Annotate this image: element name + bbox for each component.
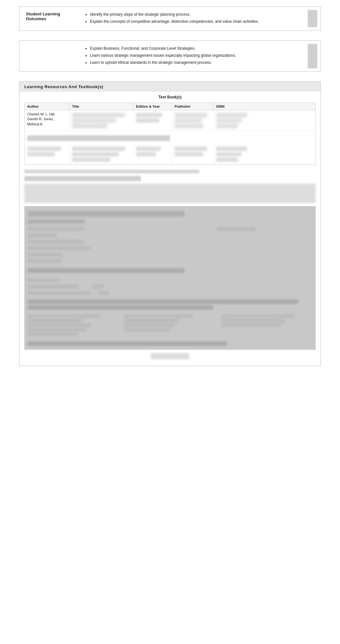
sched-item-4	[28, 252, 79, 257]
reference-para	[24, 184, 316, 203]
slo-top-bullets: Identify the primary steps of the strate…	[80, 10, 308, 27]
schedule-sub-header	[28, 219, 85, 224]
slo-section-top: Student Learning Outcomes Identify the p…	[19, 6, 321, 31]
schedule-row-3	[28, 246, 312, 251]
col-header-isbn: ISBN	[214, 103, 255, 110]
slo-mid-bullet-3: Learn to uphold ethical standards in the…	[90, 60, 304, 65]
schedule-row-1	[28, 233, 312, 238]
sched-item-label	[28, 233, 85, 238]
link-col-2	[125, 314, 215, 337]
cell-edition-2	[134, 144, 172, 164]
col-header-publisher: Publisher	[172, 103, 214, 110]
cell-title-2	[69, 144, 134, 164]
cell-edition-1	[134, 110, 172, 131]
right-bar-mid	[308, 44, 317, 68]
reference-section	[24, 170, 316, 203]
lr-content: Text Book(s) Author Title Edition & Year…	[20, 92, 320, 366]
lr-header-text: Learning Resources And Textbook(s)	[24, 84, 103, 89]
footer-blurred	[151, 353, 189, 359]
col-header-title: Title	[69, 103, 134, 110]
link-col-3	[222, 314, 312, 337]
schedule-row-5	[28, 258, 312, 263]
schedule-row-6	[28, 278, 312, 283]
schedule-row-4	[28, 252, 312, 257]
slo-bullet-2: Explain the concepts of competitive adva…	[90, 19, 304, 24]
sched-score-7	[92, 284, 117, 289]
right-bar-top	[308, 10, 317, 27]
schedule-header	[28, 211, 184, 217]
sched-item-5	[28, 258, 79, 263]
slo-label-empty	[23, 44, 80, 68]
middle-note	[28, 266, 312, 275]
textbook-subtitle: Text Book(s)	[24, 95, 316, 99]
col-header-author: Author	[25, 103, 69, 110]
bottom-note	[28, 341, 312, 346]
sched-item-2	[28, 239, 98, 244]
slo-section-mid: Explain Business, Functional, and Corpor…	[19, 40, 321, 72]
sched-col-3	[217, 226, 312, 231]
learning-resources-section: Learning Resources And Textbook(s) Text …	[19, 81, 321, 366]
page-wrapper: Student Learning Outcomes Identify the p…	[0, 0, 340, 372]
slo-label: Student Learning Outcomes	[23, 10, 80, 27]
cell-author-2	[25, 144, 69, 164]
cell-title-1	[69, 110, 134, 131]
cell-author-1: Charles W. L. Hill, Gareth R. Jones, Mel…	[25, 110, 69, 131]
link-col-1	[28, 314, 118, 337]
cell-publisher-2	[172, 144, 214, 164]
lr-header: Learning Resources And Textbook(s)	[20, 82, 320, 92]
slo-mid-bullet-1: Explain Business, Functional, and Corpor…	[90, 46, 304, 51]
sched-item-3	[28, 246, 98, 251]
sched-item-6	[28, 278, 72, 283]
sched-item-8	[28, 290, 98, 296]
reference-header	[24, 170, 199, 173]
sched-col-2	[123, 226, 218, 231]
cell-publisher-1	[172, 110, 214, 131]
links-area	[28, 314, 312, 337]
section-label-blurred	[27, 135, 170, 141]
table-row-1: Charles W. L. Hill, Gareth R. Jones, Mel…	[25, 110, 315, 131]
schedule-row-8	[28, 290, 312, 296]
schedule-section	[24, 206, 316, 350]
table-row-2	[25, 144, 315, 164]
reference-sub-label	[24, 176, 141, 181]
slo-mid-bullets: Explain Business, Functional, and Corpor…	[80, 44, 308, 68]
schedule-row-7	[28, 284, 312, 289]
cell-isbn-2	[214, 144, 255, 164]
schedule-note	[28, 299, 312, 310]
schedule-table	[28, 226, 312, 296]
schedule-row-2	[28, 239, 312, 244]
textbook-table: Author Title Edition & Year Publisher IS…	[24, 103, 316, 165]
slo-mid-bullet-2: Learn various strategic management issue…	[90, 53, 304, 58]
table-header-row: Author Title Edition & Year Publisher IS…	[25, 103, 315, 110]
col-header-edition: Edition & Year	[134, 103, 172, 110]
sched-item-7	[28, 284, 92, 289]
cell-isbn-1	[214, 110, 255, 131]
section-label-row	[25, 131, 315, 144]
sched-score-8	[98, 290, 124, 296]
sched-col-1	[28, 226, 123, 231]
schedule-row-header	[28, 226, 312, 231]
slo-bullet-1: Identify the primary steps of the strate…	[90, 12, 304, 17]
